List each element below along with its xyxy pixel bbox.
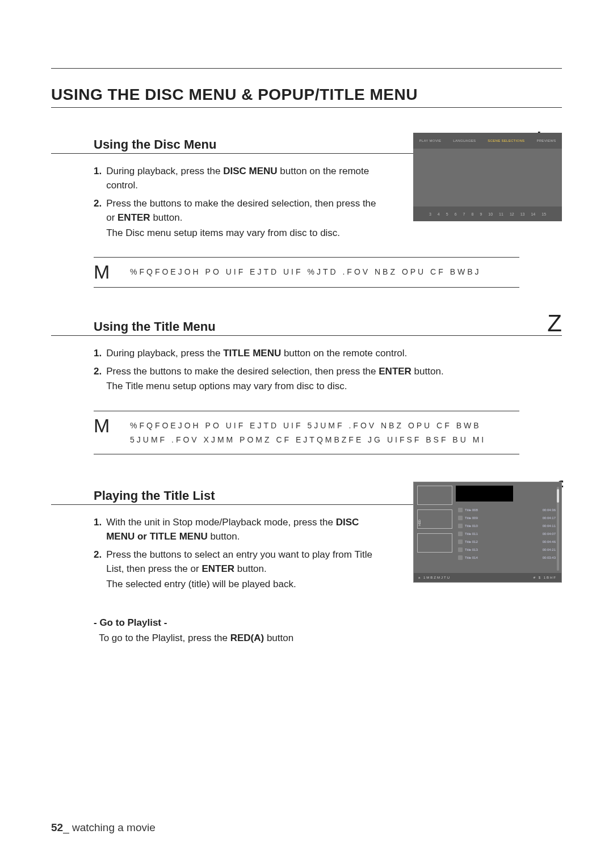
step-text: Press the buttons to make the desired se… [106,364,562,394]
step-num: 2. [94,196,102,241]
t-bold: DISC MENU [223,166,277,176]
t: Press the [106,549,150,560]
t: button. [150,212,183,223]
disc-menu-illustration: PLAY MOVIE LANGUAGES SCENE SELECTIONS PR… [413,133,562,221]
top-rule [51,68,562,69]
t-bold: ENTER [201,563,234,574]
n: 7 [463,212,465,216]
n: 3 [429,212,431,216]
n: 14 [531,212,535,216]
n: 13 [520,212,525,216]
file-name: Title 013 [465,548,478,551]
t: Press the [106,198,150,209]
t-sub: The selected entry (title) will be playe… [106,577,377,592]
title-steps: 1. During playback, press the TITLE MENU… [51,346,562,394]
go-to-playlist: - Go to Playlist - To go to the Playlist… [51,615,562,646]
file-name: Title 011 [465,532,478,536]
titlelist-steps: 1. With the unit in Stop mode/Playback m… [51,515,377,592]
side-label: HDD [418,520,421,526]
bar-item: PREVIEWS [536,139,556,142]
file-dur: 00:04:17 [543,516,556,520]
file-dur: 00:04:11 [543,524,556,528]
step-num: 2. [94,364,102,394]
thumb-col [417,486,452,562]
t: buttons to make the desired selection, t… [150,366,379,377]
t: button. [234,563,267,574]
goto-body: To go to the Playlist, press the RED(A) … [94,630,562,646]
t: or [191,563,202,574]
n: 12 [510,212,514,216]
goto-head: - Go to Playlist - [94,615,562,630]
t: or [106,212,117,223]
subhead-title: Using the Title Menu [51,319,547,334]
note-line: %FQFOEJOH PO UIF EJTD UIF %JTD .FOV NBZ … [130,266,519,279]
n: 4 [438,212,440,216]
thumb [417,486,452,505]
disc-bar: PLAY MOVIE LANGUAGES SCENE SELECTIONS PR… [413,133,562,149]
t-bold: TITLE MENU [223,348,281,359]
t: button. [412,366,444,377]
note-block-2: M %FQFOEJOH PO UIF EJTD UIF 5JUMF .FOV N… [94,411,519,455]
t: To go to the Playlist, press the [99,633,230,643]
thumb [417,533,452,553]
title-glyph: Z [547,313,562,334]
step-text: Press the buttons to select an entry you… [106,547,377,592]
section-title-menu: Using the Title Menu Z 1. During playbac… [51,313,562,393]
disc-foot: 3 4 5 6 7 8 9 10 11 12 13 14 15 [413,207,562,221]
disc-steps: 1. During playback, press the DISC MENU … [51,164,377,241]
step-num: 1. [94,515,102,544]
t: buttons to make the desired selection, t… [150,198,376,209]
note-text: %FQFOEJOH PO UIF EJTD UIF %JTD .FOV NBZ … [130,261,519,281]
title-list-illustration: HDD Title 00800:04:36 Title 00900:04:17 … [413,482,562,583]
file-icon [458,508,463,512]
note-line: 5JUMF .FOV XJMM POMZ CF EJTQMBZFE JG UIF… [130,433,519,447]
footer-label: _ watching a movie [63,821,156,833]
file-rows: Title 00800:04:36 Title 00900:04:17 Titl… [456,506,558,562]
file-icon [458,547,463,552]
t: button [264,633,293,643]
strip-left: a 1MBZMJTU [418,576,451,579]
note-line: %FQFOEJOH PO UIF EJTD UIF 5JUMF .FOV NBZ… [130,419,519,433]
scroll-knob [557,489,559,503]
step-text: During playback, press the TITLE MENU bu… [106,346,562,361]
note-glyph: M [94,415,111,449]
main-heading: USING THE DISC MENU & POPUP/TITLE MENU [51,86,562,108]
file-icon [458,540,463,544]
thumb [417,509,452,529]
t: During playback, press the [106,166,223,176]
bar-item-selected: SCENE SELECTIONS [488,139,524,142]
step-text: During playback, press the DISC MENU but… [106,164,377,193]
step-num: 1. [94,346,102,361]
strip-right: # $ 1BHF [534,576,557,579]
n: 15 [541,212,546,216]
bar-item: PLAY MOVIE [419,139,441,142]
step-num: 1. [94,164,102,193]
step-text: With the unit in Stop mode/Playback mode… [106,515,377,544]
t-bold: ENTER [117,212,150,223]
t-sub: The Title menu setup options may vary fr… [106,379,562,394]
note-glyph: M [94,261,111,281]
n: 5 [446,212,448,216]
file-icon [458,516,463,520]
section-disc-menu: Using the Disc Menu hZ 1. During playbac… [51,130,562,240]
step-num: 2. [94,547,102,592]
subhead-row: Using the Title Menu Z [51,313,562,336]
n: 8 [471,212,473,216]
file-icon [458,524,463,528]
file-dur: 00:04:07 [543,532,556,536]
t-bold: RED(A) [230,633,264,643]
file-icon [458,555,463,560]
bottom-strip: a 1MBZMJTU # $ 1BHF [414,573,561,582]
file-dur: 00:04:46 [543,540,556,543]
scrollbar [557,487,559,571]
t-sub: The Disc menu setup items may vary from … [106,226,377,241]
file-icon [458,532,463,536]
t: During playback, press the [106,348,223,359]
file-name: Title 010 [465,524,478,528]
t: button on the remote control. [281,348,407,359]
preview-box [456,486,513,502]
bar-item: LANGUAGES [453,139,476,142]
file-name: Title 012 [465,540,478,543]
file-dur: 00:03:43 [543,556,556,559]
t: Press the [106,366,150,377]
